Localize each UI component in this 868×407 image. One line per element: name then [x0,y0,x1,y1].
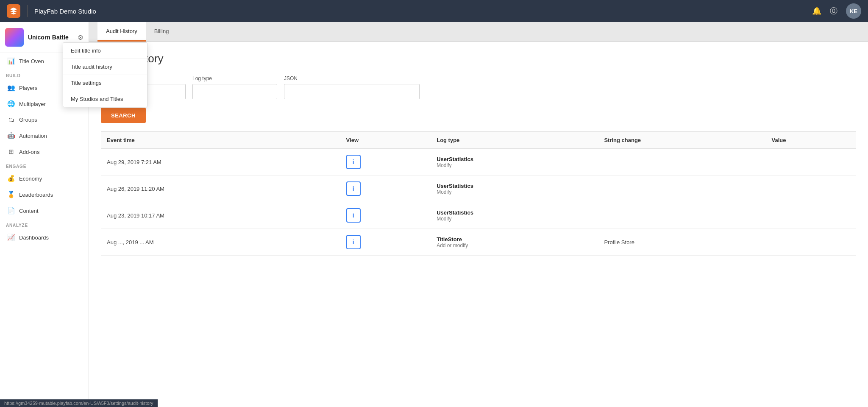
cell-value [765,176,856,202]
cell-view: i [340,202,431,229]
log-type-name: UserStatistics [437,156,592,162]
col-log-type: Log type [431,132,598,149]
table-row: Aug 26, 2019 11:20 AM i UserStatistics M… [101,176,856,202]
cell-view: i [340,149,431,176]
log-type-action: Modify [437,162,592,168]
cell-log-type: TitleStore Add or modify [431,229,598,256]
view-button[interactable]: i [346,181,361,196]
cell-event-time: Aug 26, 2019 11:20 AM [101,176,340,202]
dropdown-item-title-audit-history[interactable]: Title audit history [63,59,147,75]
log-type-name: TitleStore [437,236,592,243]
automation-label: Automation [19,133,47,139]
view-button[interactable]: i [346,155,361,169]
content-icon: 📄 [7,207,15,215]
content-area: Audit History User Log type JSON SEARCH [89,42,868,407]
json-filter-group: JSON [284,75,420,99]
analyze-section-label: ANALYZE [0,219,89,229]
title-overview-label: Title Oven [19,58,44,64]
sidebar-item-dashboards[interactable]: 📈 Dashboards [0,229,89,245]
json-filter-label: JSON [284,75,420,81]
log-type-name: UserStatistics [437,183,592,189]
sidebar-item-leaderboards[interactable]: 🏅 Leaderboards [0,187,89,203]
cell-log-type: UserStatistics Modify [431,176,598,202]
dashboards-icon: 📈 [7,234,15,241]
add-ons-icon: ⊞ [7,148,15,156]
cell-string-change: Profile Store [598,229,765,256]
log-type-filter-group: Log type [192,75,277,99]
cell-string-change [598,176,765,202]
cell-string-change [598,202,765,229]
status-url: https://gm34259-mutable.playfab.com/en-U… [4,401,153,406]
tab-billing[interactable]: Billing [146,22,178,42]
user-avatar[interactable]: KE [846,3,861,19]
groups-icon: 🗂 [7,116,15,123]
sidebar-title-name: Unicorn Battle [28,34,69,41]
table-row: Aug 23, 2019 10:17 AM i UserStatistics M… [101,202,856,229]
table-row: Aug ..., 2019 ... AM i TitleStore Add or… [101,229,856,256]
cell-log-type: UserStatistics Modify [431,202,598,229]
cell-event-time: Aug ..., 2019 ... AM [101,229,340,256]
col-event-time: Event time [101,132,340,149]
notification-icon[interactable]: 🔔 [812,6,821,16]
content-label: Content [19,208,39,214]
view-button[interactable]: i [346,208,361,223]
cell-view: i [340,229,431,256]
players-label: Players [19,85,37,91]
log-type-action: Add or modify [437,243,592,248]
gear-icon[interactable]: ⚙ [78,33,83,42]
json-filter-input[interactable] [284,84,420,99]
players-icon: 👥 [7,84,15,92]
tabs-bar: Audit History Billing [89,22,868,42]
sidebar-item-add-ons[interactable]: ⊞ Add-ons [0,144,89,160]
add-ons-label: Add-ons [19,149,39,155]
table-row: Aug 29, 2019 7:21 AM i UserStatistics Mo… [101,149,856,176]
top-navigation: PlayFab Demo Studio 🔔 ⓪ KE [0,0,868,22]
dashboards-label: Dashboards [19,234,49,241]
automation-icon: 🤖 [7,132,15,139]
sidebar-item-automation[interactable]: 🤖 Automation [0,128,89,144]
cell-event-time: Aug 23, 2019 10:17 AM [101,202,340,229]
cell-string-change [598,149,765,176]
leaderboards-icon: 🏅 [7,191,15,198]
page-title: Audit History [101,52,856,65]
cell-value [765,229,856,256]
dropdown-item-my-studios-and-titles[interactable]: My Studios and Titles [63,91,147,107]
app-logo[interactable] [7,4,20,18]
main-content: Audit History Billing Audit History User… [89,22,868,407]
status-bar: https://gm34259-mutable.playfab.com/en-U… [0,399,158,407]
sidebar-item-economy[interactable]: 💰 Economy [0,170,89,187]
economy-label: Economy [19,176,42,182]
title-overview-icon: 📊 [7,57,15,65]
col-view: View [340,132,431,149]
nav-divider [27,5,28,17]
view-button[interactable]: i [346,235,361,249]
log-type-filter-input[interactable] [192,84,277,99]
info-icon: i [353,159,354,165]
filters-row: User Log type JSON [101,75,856,99]
dropdown-item-edit-title-info[interactable]: Edit title info [63,43,147,59]
leaderboards-label: Leaderboards [19,192,53,198]
search-button[interactable]: SEARCH [101,108,146,123]
info-icon: i [353,239,354,245]
col-value: Value [765,132,856,149]
tab-audit-history[interactable]: Audit History [97,22,146,42]
sidebar-item-groups[interactable]: 🗂 Groups [0,112,89,128]
log-type-name: UserStatistics [437,209,592,216]
economy-icon: 💰 [7,175,15,182]
cell-event-time: Aug 29, 2019 7:21 AM [101,149,340,176]
studio-title: PlayFab Demo Studio [34,8,807,15]
sidebar-item-content[interactable]: 📄 Content [0,203,89,219]
log-type-action: Modify [437,189,592,195]
cell-value [765,202,856,229]
dropdown-item-title-settings[interactable]: Title settings [63,75,147,91]
title-avatar [5,28,24,47]
help-icon[interactable]: ⓪ [830,6,837,16]
dropdown-menu: Edit title info Title audit history Titl… [63,42,147,107]
log-type-filter-label: Log type [192,75,277,81]
multiplayer-label: Multiplayer [19,101,46,107]
cell-view: i [340,176,431,202]
groups-label: Groups [19,117,37,123]
nav-action-icons: 🔔 ⓪ KE [812,3,861,19]
multiplayer-icon: 🌐 [7,100,15,108]
cell-value [765,149,856,176]
